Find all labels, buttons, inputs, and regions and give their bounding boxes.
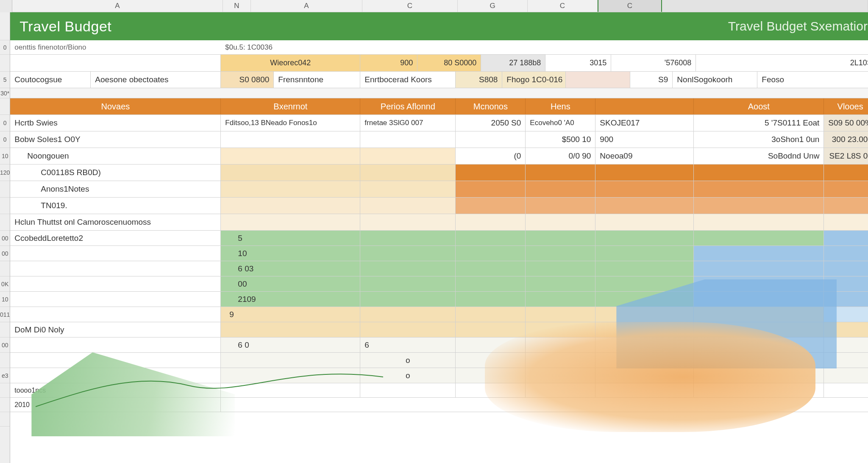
select-all-corner[interactable] xyxy=(0,0,12,12)
cell[interactable] xyxy=(456,368,526,383)
row-header[interactable]: 0 xyxy=(0,40,10,55)
cell[interactable] xyxy=(360,148,456,164)
row-header[interactable] xyxy=(0,412,10,427)
row-header[interactable] xyxy=(0,353,10,368)
cell[interactable] xyxy=(360,165,456,181)
cell[interactable] xyxy=(10,261,221,276)
cell[interactable] xyxy=(360,322,456,337)
cell[interactable] xyxy=(456,131,526,148)
meta-left[interactable]: oenttis finenotor/Biono xyxy=(10,40,221,54)
col-header-F[interactable]: C xyxy=(528,0,598,12)
cell[interactable] xyxy=(694,165,824,181)
cell[interactable] xyxy=(694,307,824,322)
cell[interactable]: 10 xyxy=(221,246,360,261)
cell[interactable] xyxy=(694,292,824,307)
cell[interactable] xyxy=(595,307,694,322)
cell[interactable]: 5 '7S0111 Eoat xyxy=(694,115,824,131)
cell[interactable] xyxy=(595,276,694,291)
row-header[interactable]: 00 xyxy=(0,337,10,353)
cell[interactable] xyxy=(526,181,595,197)
cell[interactable]: 6 xyxy=(360,337,456,352)
cell[interactable] xyxy=(595,337,694,352)
col-header-B[interactable]: N xyxy=(223,0,251,12)
cell[interactable]: S09 50 00% xyxy=(824,115,868,131)
col-header-E[interactable]: G xyxy=(458,0,528,12)
cell[interactable] xyxy=(824,292,868,307)
summary-v5[interactable]: '576008 xyxy=(611,55,696,71)
sheet-area[interactable]: Travel Budget Travel Budget Sxematior oe… xyxy=(10,12,868,463)
cell[interactable] xyxy=(360,231,456,245)
cell[interactable]: Hcrtb Swies xyxy=(10,115,221,131)
cell[interactable] xyxy=(694,231,824,245)
cell[interactable] xyxy=(456,337,526,352)
th-col3[interactable]: Perios Aflonnd xyxy=(360,98,456,114)
cell[interactable] xyxy=(360,307,456,322)
cell[interactable] xyxy=(360,131,456,148)
row-header[interactable]: 00 xyxy=(0,231,10,246)
cell[interactable] xyxy=(10,292,221,307)
label-j[interactable]: Feoso xyxy=(757,72,868,88)
cell[interactable] xyxy=(694,181,824,197)
cell[interactable] xyxy=(694,353,824,368)
cell[interactable] xyxy=(526,261,595,276)
cell[interactable] xyxy=(824,214,868,230)
summary-v6[interactable]: 2L10S xyxy=(696,55,868,71)
row-header[interactable] xyxy=(0,383,10,398)
cell[interactable]: SE2 L8S 00 xyxy=(824,148,868,164)
th-col5[interactable]: Hens xyxy=(526,98,595,114)
summary-v4[interactable]: 3015 xyxy=(545,55,611,71)
cell[interactable] xyxy=(360,198,456,214)
cell[interactable]: Anons1Notes xyxy=(10,181,221,197)
cell[interactable] xyxy=(694,276,824,291)
label-e[interactable]: Enrtbocerad Koors xyxy=(360,72,456,88)
cell[interactable]: 6 03 xyxy=(221,261,360,276)
cell[interactable]: 300 23.000 xyxy=(824,131,868,148)
cell[interactable] xyxy=(824,383,868,397)
cell[interactable] xyxy=(456,383,526,397)
cell[interactable] xyxy=(824,231,868,245)
summary-v3[interactable]: 27 188b8 xyxy=(481,55,545,71)
cell[interactable] xyxy=(10,55,221,71)
cell[interactable]: 2109 xyxy=(221,292,360,307)
cell[interactable] xyxy=(456,322,526,337)
label-b[interactable]: Aoesone obectoates xyxy=(91,72,221,88)
col-header-rest[interactable] xyxy=(662,0,868,12)
cell[interactable] xyxy=(595,353,694,368)
cell[interactable] xyxy=(694,322,824,337)
cell[interactable] xyxy=(824,246,868,261)
cell[interactable] xyxy=(824,198,868,214)
cell[interactable]: 6 0 xyxy=(221,337,360,352)
cell[interactable] xyxy=(456,353,526,368)
cell[interactable] xyxy=(456,261,526,276)
cell[interactable] xyxy=(526,368,595,383)
cell[interactable] xyxy=(360,276,456,291)
cell[interactable] xyxy=(824,165,868,181)
col-header-G[interactable]: C xyxy=(598,0,662,12)
cell[interactable]: 5 xyxy=(221,231,360,245)
row-header[interactable]: 10 xyxy=(0,292,10,307)
cell[interactable] xyxy=(595,165,694,181)
cell[interactable] xyxy=(360,292,456,307)
col-header-C[interactable]: A xyxy=(251,0,362,12)
cell[interactable] xyxy=(456,246,526,261)
summary-label[interactable]: Wieorec042 xyxy=(221,55,360,71)
cell[interactable] xyxy=(456,165,526,181)
meta-right[interactable]: $0u.5: 1C0036 xyxy=(221,40,360,54)
row-header[interactable]: 30* xyxy=(0,88,10,98)
cell[interactable] xyxy=(360,246,456,261)
row-header[interactable] xyxy=(0,322,10,337)
label-i[interactable]: NonlSogokoorh xyxy=(673,72,757,88)
label-h-sel[interactable] xyxy=(566,72,630,88)
cell[interactable]: $500 10 xyxy=(526,131,595,148)
cell[interactable] xyxy=(526,322,595,337)
cell[interactable]: (0 xyxy=(456,148,526,164)
cell[interactable] xyxy=(221,181,360,197)
cell[interactable] xyxy=(824,307,868,322)
cell[interactable] xyxy=(526,231,595,245)
cell[interactable] xyxy=(360,40,868,54)
cell[interactable] xyxy=(595,246,694,261)
cell[interactable]: CcobeddLoretetto2 xyxy=(10,231,221,245)
row-header[interactable]: 0 xyxy=(0,115,10,131)
cell[interactable] xyxy=(526,165,595,181)
cell[interactable] xyxy=(526,337,595,352)
